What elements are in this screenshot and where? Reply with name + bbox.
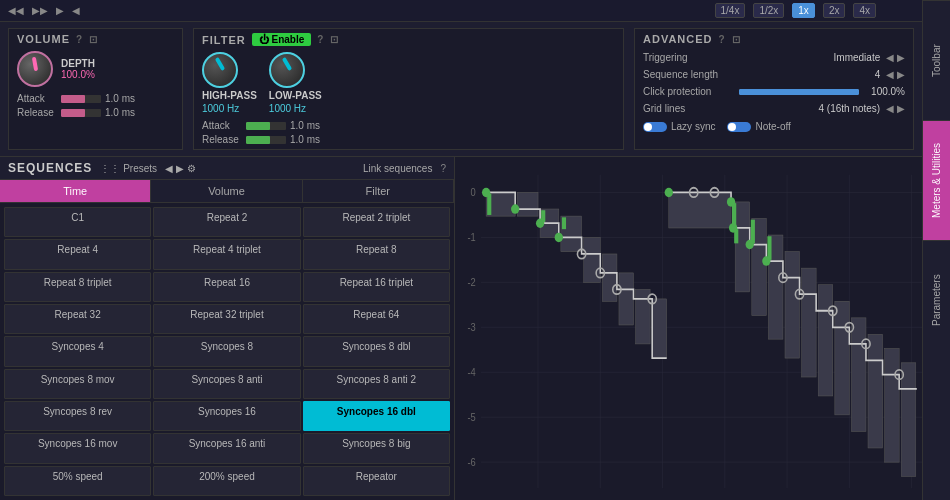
filter-attack-bar — [246, 122, 286, 130]
gridlines-arrows[interactable]: ◀ ▶ — [886, 103, 905, 114]
filter-help[interactable]: ? — [317, 34, 324, 45]
lazy-sync-toggle[interactable]: Lazy sync — [643, 121, 715, 132]
seq-item[interactable]: Repeator — [303, 466, 450, 496]
seq-tab-time[interactable]: Time — [0, 180, 151, 202]
seq-item[interactable]: Repeat 4 triplet — [153, 239, 300, 269]
seq-item[interactable]: Syncopes 16 — [153, 401, 300, 431]
sequences-panel: SEQUENCES ⋮⋮ Presets ◀ ▶ ⚙ Link sequence… — [0, 157, 455, 500]
advanced-settings[interactable]: ⊡ — [732, 34, 741, 45]
svg-text:0: 0 — [471, 186, 477, 198]
seq-item[interactable]: Repeat 64 — [303, 304, 450, 334]
zoom-1x[interactable]: 1x — [792, 3, 815, 18]
seq-item[interactable]: Repeat 16 triplet — [303, 272, 450, 302]
svg-rect-69 — [751, 220, 755, 244]
seq-item[interactable]: Syncopes 16 anti — [153, 433, 300, 463]
note-off-toggle[interactable]: Note-off — [727, 121, 790, 132]
volume-knob-row: DEPTH 100.0% — [17, 51, 174, 87]
top-bar: ◀◀ ▶▶ ▶ ◀ 1/4x 1/2x 1x 2x 4x — [0, 0, 922, 22]
filter-title: FILTER ⏻ Enable ? ⊡ — [202, 33, 615, 46]
sidebar-meters[interactable]: Meters & Utilities — [923, 120, 950, 240]
adv-gridlines-row: Grid lines 4 (16th notes) ◀ ▶ — [643, 102, 905, 115]
svg-rect-66 — [562, 217, 566, 229]
zoom-2x[interactable]: 2x — [823, 3, 846, 18]
lazy-sync-switch[interactable] — [643, 122, 667, 132]
seq-nav-arrows[interactable]: ◀ ▶ ⚙ — [165, 163, 196, 174]
seq-item[interactable]: Syncopes 8 rev — [4, 401, 151, 431]
nav-play[interactable]: ▶ — [56, 5, 64, 16]
volume-attack-release: Attack 1.0 ms Release 1.0 ms — [17, 93, 174, 118]
seq-item[interactable]: Syncopes 16 dbl — [303, 401, 450, 431]
filter-attack-row: Attack 1.0 ms — [202, 120, 615, 131]
volume-depth-knob[interactable] — [17, 51, 53, 87]
note-off-switch[interactable] — [727, 122, 751, 132]
seq-item[interactable]: Repeat 2 triplet — [303, 207, 450, 237]
seq-item[interactable]: Repeat 4 — [4, 239, 151, 269]
triggering-arrows[interactable]: ◀ ▶ — [886, 52, 905, 63]
seq-tab-volume[interactable]: Volume — [151, 180, 302, 202]
graph-area[interactable]: 0 -1 -2 -3 -4 -5 -6 — [455, 157, 922, 500]
link-sequences-button[interactable]: Link sequences — [363, 163, 433, 174]
seq-item[interactable]: 50% speed — [4, 466, 151, 496]
graph-svg: 0 -1 -2 -3 -4 -5 -6 — [455, 157, 922, 500]
svg-text:-5: -5 — [467, 411, 476, 423]
right-sidebar: Toolbar Meters & Utilities Parameters — [922, 0, 950, 500]
seq-item[interactable]: Repeat 16 — [153, 272, 300, 302]
filter-release-row: Release 1.0 ms — [202, 134, 615, 145]
seq-item[interactable]: Syncopes 8 — [153, 336, 300, 366]
seq-item[interactable]: Repeat 8 triplet — [4, 272, 151, 302]
nav-rev[interactable]: ◀ — [72, 5, 80, 16]
adv-clickprotection-row: Click protection 100.0% — [643, 85, 905, 98]
svg-rect-31 — [669, 192, 731, 227]
filter-settings[interactable]: ⊡ — [330, 34, 339, 45]
panels-row: VOLUME ? ⊡ DEPTH 100.0% Attack — [0, 22, 922, 157]
seq-item[interactable]: Repeat 32 — [4, 304, 151, 334]
zoom-quarter[interactable]: 1/4x — [715, 3, 746, 18]
volume-release-row: Release 1.0 ms — [17, 107, 174, 118]
advanced-title: ADVANCED ? ⊡ — [643, 33, 905, 45]
svg-rect-28 — [619, 273, 634, 325]
seq-item[interactable]: 200% speed — [153, 466, 300, 496]
seq-header: SEQUENCES ⋮⋮ Presets ◀ ▶ ⚙ Link sequence… — [0, 157, 454, 180]
volume-help[interactable]: ? — [76, 34, 83, 45]
seq-item[interactable]: Syncopes 8 big — [303, 433, 450, 463]
seq-item[interactable]: Syncopes 8 anti 2 — [303, 369, 450, 399]
seqlength-arrows[interactable]: ◀ ▶ — [886, 69, 905, 80]
svg-rect-39 — [851, 318, 866, 432]
seq-item[interactable]: Repeat 2 — [153, 207, 300, 237]
adv-toggles: Lazy sync Note-off — [643, 121, 905, 132]
seq-item[interactable]: Syncopes 8 anti — [153, 369, 300, 399]
svg-point-46 — [555, 233, 563, 242]
svg-rect-64 — [487, 194, 491, 215]
advanced-help[interactable]: ? — [719, 34, 726, 45]
seq-item[interactable]: Syncopes 16 mov — [4, 433, 151, 463]
seq-item[interactable]: Syncopes 8 mov — [4, 369, 151, 399]
svg-text:-1: -1 — [467, 231, 476, 243]
sidebar-toolbar[interactable]: Toolbar — [923, 0, 950, 120]
volume-panel: VOLUME ? ⊡ DEPTH 100.0% Attack — [8, 28, 183, 150]
sidebar-parameters[interactable]: Parameters — [923, 240, 950, 360]
volume-settings[interactable]: ⊡ — [89, 34, 98, 45]
adv-triggering-row: Triggering Immediate ◀ ▶ — [643, 51, 905, 64]
seq-item[interactable]: C1 — [4, 207, 151, 237]
nav-left[interactable]: ◀◀ — [8, 5, 24, 16]
lowpass-knob[interactable] — [269, 52, 305, 88]
zoom-4x[interactable]: 4x — [853, 3, 876, 18]
svg-point-51 — [665, 188, 673, 197]
filter-enable-button[interactable]: ⏻ Enable — [252, 33, 312, 46]
seq-tabs: Time Volume Filter — [0, 180, 454, 203]
seq-item[interactable]: Syncopes 8 dbl — [303, 336, 450, 366]
seq-item[interactable]: Syncopes 4 — [4, 336, 151, 366]
svg-point-44 — [511, 204, 519, 213]
zoom-half[interactable]: 1/2x — [753, 3, 784, 18]
highpass-knob[interactable] — [202, 52, 238, 88]
seq-tab-filter[interactable]: Filter — [303, 180, 454, 202]
seq-item[interactable]: Repeat 8 — [303, 239, 450, 269]
seq-item[interactable]: Repeat 32 triplet — [153, 304, 300, 334]
seq-help[interactable]: ? — [440, 163, 446, 174]
nav-right[interactable]: ▶▶ — [32, 5, 48, 16]
advanced-panel: ADVANCED ? ⊡ Triggering Immediate ◀ ▶ Se… — [634, 28, 914, 150]
click-protection-bar — [739, 89, 859, 95]
svg-rect-41 — [885, 349, 900, 463]
seq-grid: C1Repeat 2Repeat 2 tripletRepeat 4Repeat… — [0, 203, 454, 500]
presets-button[interactable]: ⋮⋮ Presets — [100, 163, 157, 174]
